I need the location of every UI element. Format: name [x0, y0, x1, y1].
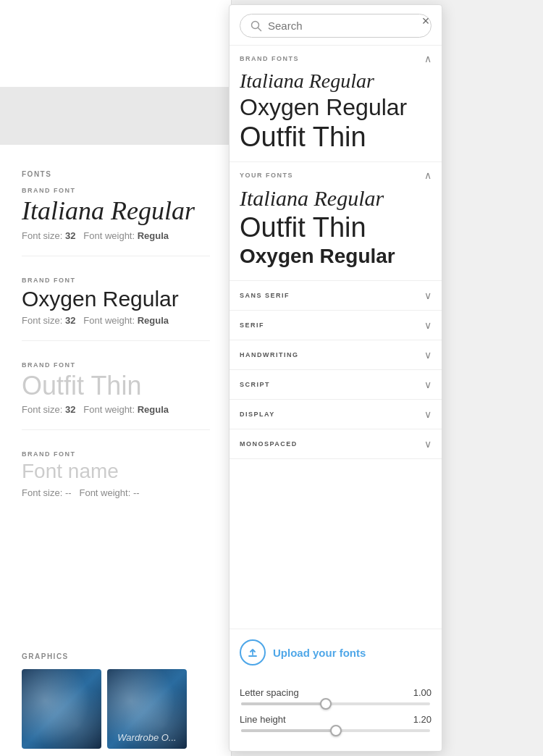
category-display[interactable]: DISPLAY ∨ [230, 400, 442, 429]
line-height-track[interactable] [241, 729, 430, 732]
letter-spacing-value: 1.00 [413, 687, 432, 698]
chevron-handwriting: ∨ [424, 349, 432, 361]
brand-fonts-label: BRAND FONTS [240, 55, 299, 62]
upload-icon [240, 639, 266, 665]
search-input-wrap[interactable] [240, 14, 432, 38]
font-meta-empty: Font size: -- Font weight: -- [22, 487, 210, 498]
letter-spacing-row: Letter spacing 1.00 [240, 687, 432, 705]
font-list[interactable]: BRAND FONTS ∧ Italiana Regular Oxygen Re… [230, 46, 442, 629]
slider-section: Letter spacing 1.00 Line height 1.20 [230, 687, 442, 751]
letter-spacing-label: Letter spacing [240, 687, 299, 698]
category-label-script: SCRIPT [240, 381, 270, 388]
category-label-handwriting: HANDWRITING [240, 351, 299, 358]
font-block-outfit: BRAND FONT Outfit Thin Font size: 32 Fon… [22, 361, 210, 431]
line-height-fill [241, 729, 336, 732]
your-font-outfit[interactable]: Outfit Thin [240, 211, 432, 245]
brand-font-label-4: BRAND FONT [22, 450, 210, 458]
category-label-monospaced: MONOSPACED [240, 440, 298, 448]
line-height-header: Line height 1.20 [240, 714, 432, 725]
fonts-section-label: FONTS [22, 170, 210, 178]
font-meta-outfit: Font size: 32 Font weight: Regula [22, 404, 210, 415]
brand-font-preview-outfit[interactable]: Outfit Thin [240, 121, 432, 154]
thumbnail-2-text: Wardrobe O... [107, 732, 187, 743]
brand-font-preview-italiana[interactable]: Italiana Regular [240, 69, 432, 93]
upload-section: Upload your fonts [230, 629, 442, 687]
your-font-italiana[interactable]: Italiana Regular [240, 185, 432, 211]
font-meta-oxygen: Font size: 32 Font weight: Regula [22, 315, 210, 326]
chevron-display: ∨ [424, 408, 432, 420]
font-name-oxygen: Oxygen Regular [22, 287, 210, 311]
chevron-monospaced: ∨ [424, 438, 432, 450]
letter-spacing-fill [241, 702, 326, 705]
font-name-empty: Font name [22, 461, 210, 483]
category-handwriting[interactable]: HANDWRITING ∨ [230, 340, 442, 370]
search-input[interactable] [268, 20, 421, 32]
line-height-thumb[interactable] [330, 725, 342, 736]
chevron-sans-serif: ∨ [424, 290, 432, 301]
font-name-italiana: Italiana Regular [22, 197, 210, 226]
left-fonts-panel: FONTS BRAND FONT Italiana Regular Font s… [0, 156, 232, 547]
font-dropdown-panel: × BRAND FONTS ∧ Italiana Regular Oxygen … [229, 4, 442, 752]
brand-fonts-header[interactable]: BRAND FONTS ∧ [230, 46, 442, 69]
font-block-oxygen: BRAND FONT Oxygen Regular Font size: 32 … [22, 277, 210, 341]
letter-spacing-track[interactable] [241, 702, 430, 705]
your-fonts-list: Italiana Regular Outfit Thin Oxygen Regu… [230, 185, 442, 281]
svg-line-1 [258, 28, 261, 30]
search-bar [230, 5, 442, 46]
category-label-display: DISPLAY [240, 411, 275, 418]
font-block-empty: BRAND FONT Font name Font size: -- Font … [22, 450, 210, 513]
your-fonts-label: YOUR FONTS [240, 172, 293, 179]
brand-font-preview-oxygen[interactable]: Oxygen Regular [240, 93, 432, 121]
category-label-sans-serif: SANS SERIF [240, 292, 290, 299]
graphic-thumbnail-2[interactable]: Wardrobe O... [107, 669, 187, 749]
chevron-serif: ∨ [424, 319, 432, 331]
brand-font-label-2: BRAND FONT [22, 277, 210, 284]
font-block-italiana: BRAND FONT Italiana Regular Font size: 3… [22, 187, 210, 256]
category-sans-serif[interactable]: SANS SERIF ∨ [230, 281, 442, 311]
brand-fonts-chevron: ∧ [424, 53, 432, 64]
letter-spacing-thumb[interactable] [320, 698, 332, 710]
upload-label-text: Upload your fonts [273, 647, 366, 659]
font-name-outfit: Outfit Thin [22, 371, 210, 400]
line-height-row: Line height 1.20 [240, 714, 432, 732]
upload-fonts-button[interactable]: Upload your fonts [240, 639, 432, 665]
graphics-section: GRAPHICS Wardrobe O... [0, 638, 232, 756]
category-script[interactable]: SCRIPT ∨ [230, 370, 442, 400]
graphics-label: GRAPHICS [22, 652, 210, 660]
upload-arrow-icon [246, 646, 259, 659]
category-serif[interactable]: SERIF ∨ [230, 311, 442, 340]
graphics-thumbnails: Wardrobe O... [22, 669, 210, 749]
search-icon [251, 20, 262, 32]
your-font-oxygen[interactable]: Oxygen Regular [240, 244, 432, 269]
chevron-script: ∨ [424, 379, 432, 390]
brand-fonts-list: Italiana Regular Oxygen Regular Outfit T… [230, 69, 442, 162]
font-meta-italiana: Font size: 32 Font weight: Regula [22, 230, 210, 241]
letter-spacing-header: Letter spacing 1.00 [240, 687, 432, 698]
brand-font-label-3: BRAND FONT [22, 361, 210, 369]
your-fonts-chevron: ∧ [424, 169, 432, 181]
brand-font-label-1: BRAND FONT [22, 187, 210, 194]
gray-bar [0, 87, 232, 145]
your-fonts-header[interactable]: YOUR FONTS ∧ [230, 162, 442, 185]
close-button[interactable]: × [417, 12, 434, 30]
line-height-value: 1.20 [413, 714, 432, 725]
category-monospaced[interactable]: MONOSPACED ∨ [230, 429, 442, 459]
category-label-serif: SERIF [240, 322, 264, 329]
graphic-thumbnail-1[interactable] [22, 669, 101, 749]
line-height-label: Line height [240, 714, 286, 725]
